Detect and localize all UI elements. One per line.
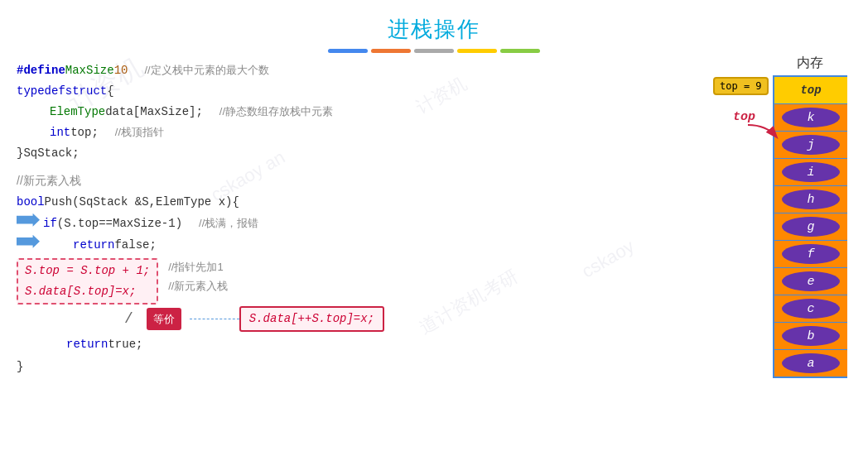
bar-yellow bbox=[457, 49, 497, 53]
mem-oval-g: g bbox=[782, 217, 840, 237]
mem-cell-g: g bbox=[774, 213, 847, 240]
arrow-icon-2 bbox=[17, 235, 40, 248]
mem-oval-a: a bbox=[782, 353, 840, 373]
equiv-connector: / 等价 S.data[++S.top]=x; bbox=[124, 306, 752, 332]
code-line-top: int top; //栈顶指针 bbox=[17, 123, 752, 142]
code-sdata-line: S.data[S.top]=x; bbox=[25, 282, 150, 301]
mem-cell-j: j bbox=[774, 132, 847, 158]
code-stop-line: S.top = S.top + 1; bbox=[25, 261, 150, 281]
define-keyword: #define bbox=[17, 61, 65, 80]
top-value-label: top = 9 bbox=[713, 77, 769, 95]
mem-cell-h: h bbox=[774, 186, 847, 213]
sdata-comment: //新元素入栈 bbox=[168, 277, 228, 295]
mem-oval-k: k bbox=[782, 108, 840, 127]
mem-cell-e: e bbox=[774, 268, 847, 295]
if-comment: //栈满，报错 bbox=[182, 214, 348, 232]
define-value: 10 bbox=[114, 61, 128, 80]
elemtype-comment: //静态数组存放栈中元素 bbox=[203, 103, 369, 120]
if-cond: (S.top==MaxSize-1) bbox=[57, 214, 182, 233]
return-true-val: true; bbox=[108, 335, 142, 354]
code-line-elemtype: ElemType data[MaxSize]; //静态数组存放栈中元素 bbox=[17, 103, 752, 122]
code-equiv-area: S.top = S.top + 1; S.data[S.top]=x; //指针… bbox=[17, 258, 752, 305]
mem-oval-b: b bbox=[782, 326, 840, 346]
elemtype-decl: data[MaxSize]; bbox=[105, 103, 203, 122]
return-kw-1: return bbox=[73, 236, 114, 255]
bar-orange bbox=[371, 49, 411, 53]
mem-oval-c: c bbox=[782, 299, 840, 319]
sdata-code: S.data[S.top]=x; bbox=[25, 282, 136, 301]
equiv-label: 等价 bbox=[147, 308, 181, 330]
code-line-push-sig: bool Push(SqStack &S,ElemType x){ bbox=[17, 193, 752, 212]
mem-oval-h: h bbox=[782, 189, 840, 209]
bar-green bbox=[500, 49, 540, 53]
memory-column: 内存 top = 9 top top bbox=[760, 55, 860, 378]
arrow-icon-1 bbox=[17, 213, 40, 227]
mem-cell-a: a bbox=[774, 350, 847, 376]
return-kw-2: return bbox=[66, 335, 108, 354]
main-area: #define MaxSize 10 //定义栈中元素的最大个数 typedef… bbox=[0, 61, 868, 378]
mem-oval-f: f bbox=[782, 244, 840, 264]
code-line-typedef: typedef struct { bbox=[17, 82, 752, 101]
struct-kw: struct bbox=[65, 82, 107, 101]
mem-cell-k: k bbox=[774, 104, 847, 131]
top-pointer-label: top bbox=[733, 110, 755, 124]
stop-comment: //指针先加1 bbox=[168, 258, 228, 276]
code-area: #define MaxSize 10 //定义栈中元素的最大个数 typedef… bbox=[0, 61, 760, 378]
code-line-close: } bbox=[17, 357, 752, 376]
push-comment: //新元素入栈 bbox=[17, 171, 81, 190]
push-fn: Push(SqStack &S,ElemType x){ bbox=[45, 193, 239, 212]
code-line-define: #define MaxSize 10 //定义栈中元素的最大个数 bbox=[17, 61, 752, 80]
equiv-code-box: S.data[++S.top]=x; bbox=[239, 306, 384, 332]
code-line-return-false: return false; bbox=[17, 235, 752, 255]
mem-cell-i: i bbox=[774, 159, 847, 185]
mem-cell-f: f bbox=[774, 241, 847, 267]
int-kw: int bbox=[50, 123, 70, 142]
bool-kw: bool bbox=[17, 193, 45, 212]
mem-oval-e: e bbox=[782, 271, 840, 291]
mem-cell-c: c bbox=[774, 295, 847, 322]
equiv-comments: //指针先加1 //新元素入栈 bbox=[158, 258, 228, 295]
define-name: MaxSize bbox=[65, 61, 114, 80]
if-kw: if bbox=[40, 214, 57, 233]
typedef-kw: typedef bbox=[17, 82, 65, 101]
return-false-val: false; bbox=[114, 236, 156, 255]
slash-decor: / bbox=[124, 307, 133, 332]
code-line-if: if (S.top==MaxSize-1) //栈满，报错 bbox=[17, 213, 752, 233]
mem-top-container: top = 9 top top k bbox=[773, 75, 847, 378]
mem-oval-j: j bbox=[782, 135, 840, 155]
struct-brace: { bbox=[107, 82, 113, 101]
memory-stack: top k j i h g bbox=[773, 75, 847, 378]
closing-brace: } bbox=[17, 357, 23, 376]
spacer1 bbox=[17, 163, 752, 171]
mem-oval-i: i bbox=[782, 162, 840, 182]
color-bar bbox=[0, 49, 868, 53]
elemtype-type: ElemType bbox=[50, 103, 105, 122]
code-line-return-true: return true; bbox=[17, 335, 752, 354]
box-stop-sdata: S.top = S.top + 1; S.data[S.top]=x; bbox=[17, 258, 158, 305]
top-decl: top; bbox=[70, 123, 99, 142]
top-comment: //栈顶指针 bbox=[99, 123, 264, 141]
code-line-comment-push: //新元素入栈 bbox=[17, 171, 752, 190]
define-comment: //定义栈中元素的最大个数 bbox=[128, 61, 293, 79]
stop-code: S.top = S.top + 1; bbox=[25, 261, 150, 281]
mem-cell-top: top bbox=[774, 77, 847, 103]
code-line-sqstack: } SqStack; bbox=[17, 144, 752, 163]
memory-title: 内存 bbox=[760, 55, 860, 72]
bar-blue bbox=[328, 49, 368, 53]
mem-cell-b: b bbox=[774, 323, 847, 349]
sqstack-name: SqStack; bbox=[23, 144, 79, 163]
bar-gray bbox=[414, 49, 454, 53]
page-title: 进栈操作 bbox=[0, 0, 868, 44]
dotted-line bbox=[190, 319, 239, 319]
mem-top-label: top bbox=[800, 84, 821, 97]
close-brace: } bbox=[17, 144, 23, 163]
